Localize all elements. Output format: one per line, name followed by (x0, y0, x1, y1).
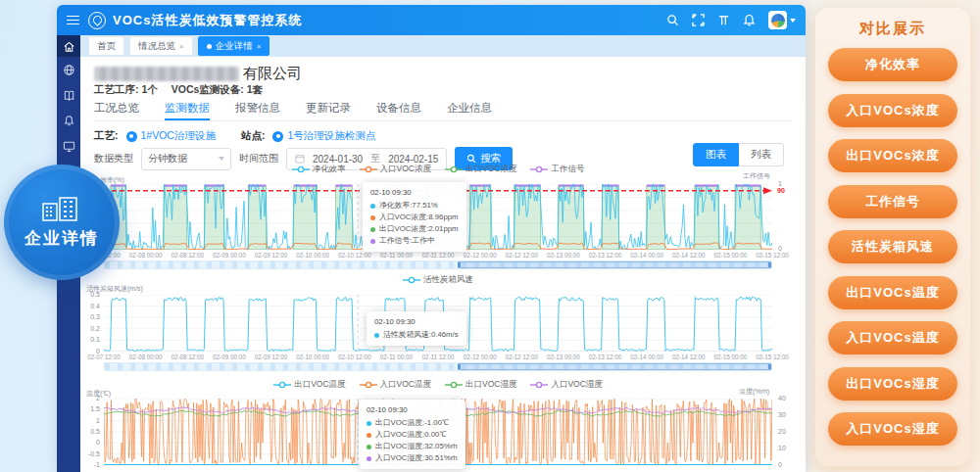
chart2-datazoom[interactable] (104, 362, 772, 371)
datazoom-handle-right[interactable] (768, 262, 771, 267)
datazoom-window[interactable] (458, 261, 771, 268)
menu-icon[interactable] (67, 16, 79, 25)
close-icon[interactable]: × (257, 42, 262, 51)
breadcrumb-tab-label: 情况总览 (138, 40, 175, 53)
legend-item-工作信号[interactable]: 工作信号 (530, 164, 584, 175)
legend-label: 活性炭箱风速 (423, 274, 473, 286)
compare-button-7[interactable]: 出口VOCs湿度 (828, 367, 957, 401)
legend-label: 工作信号 (551, 164, 584, 175)
main-content: 有限公司 工艺工序: 1个 VOCs监测设备: 1套 工况总览监测数据报警信息更… (80, 57, 806, 472)
x-tick-label: 02-12 00:00 (460, 354, 501, 360)
sidebar-item-bell[interactable] (57, 108, 80, 133)
right-tick-label: 10 (778, 445, 786, 451)
tooltip-item-text: 活性炭箱风速:0.46m/s (383, 329, 459, 341)
legend-item-净化效率[interactable]: 净化效率 (292, 164, 346, 175)
legend-marker-icon (403, 276, 420, 284)
date-end-value[interactable]: 2024-02-15 (388, 154, 438, 165)
tab-3[interactable]: 更新记录 (306, 101, 351, 120)
datazoom-handle-left[interactable] (458, 262, 461, 267)
chart2-tooltip: 02-10 09:30出口VOC温度:-1.00℃入口VOC温度:0.00℃出口… (359, 400, 466, 469)
legend-item-入口VOC温度[interactable]: 入口VOC温度 (360, 379, 431, 391)
breadcrumb-tab-0[interactable]: 首页 (88, 36, 124, 56)
process-label: 工艺: (94, 129, 119, 143)
tab-4[interactable]: 设备信息 (376, 101, 421, 120)
x-tick-label: 02-15 12:00 (752, 354, 793, 360)
y-tick-label: -0.5 (80, 450, 100, 457)
compare-button-0[interactable]: 净化效率 (828, 48, 957, 81)
series-dot-icon (374, 333, 379, 338)
tooltip-time: 02-10 09:30 (374, 316, 459, 328)
radio-checked-icon[interactable] (126, 131, 137, 142)
x-tick-label: 02-11 12:00 (417, 252, 459, 259)
chart1-datazoom[interactable] (104, 260, 772, 269)
breadcrumb-tab-1[interactable]: 情况总览× (129, 36, 193, 56)
legend-item-活性炭箱风速[interactable]: 活性炭箱风速 (403, 274, 473, 286)
legend-label: 出口VOC浓度 (466, 164, 516, 175)
compare-button-6[interactable]: 入口VOCs温度 (828, 321, 957, 354)
x-tick-label: 02-15 00:00 (710, 354, 751, 360)
site-option-label[interactable]: 1号治理设施检测点 (287, 129, 375, 143)
site-radio-option[interactable]: 1号治理设施检测点 (272, 129, 375, 143)
sidebar-item-globe[interactable] (57, 57, 80, 82)
avatar[interactable] (768, 11, 787, 29)
x-tick-label: 02-10 00:00 (292, 252, 333, 259)
x-tick-label: 02-13 12:00 (585, 252, 626, 259)
comparison-panel-title: 对比展示 (828, 20, 957, 38)
legend-marker-icon (360, 165, 377, 173)
tab-2[interactable]: 报警信息 (235, 101, 280, 120)
right-tick-label: 40 (778, 395, 786, 401)
compare-button-3[interactable]: 工作信号 (828, 185, 957, 218)
company-name-masked (94, 67, 239, 81)
sidebar-item-book[interactable] (57, 82, 80, 108)
tab-1[interactable]: 监测数据 (165, 101, 210, 120)
date-start-value[interactable]: 2024-01-30 (313, 154, 363, 165)
close-icon[interactable]: × (179, 42, 184, 51)
x-tick-label: 02-12 12:00 (501, 354, 542, 360)
x-tick-label: 02-15 00:00 (710, 252, 751, 259)
legend-item-入口VOC浓度[interactable]: 入口VOC浓度 (360, 164, 431, 175)
legend-item-出口VOC浓度[interactable]: 出口VOC浓度 (445, 164, 516, 175)
legend-marker-icon (530, 165, 548, 173)
legend-label: 入口VOC湿度 (551, 379, 602, 391)
legend-item-出口VOC温度[interactable]: 出口VOC温度 (273, 379, 345, 391)
process-radio-option[interactable]: 1#VOC治理设施 (126, 129, 216, 143)
fullscreen-icon[interactable] (692, 14, 705, 26)
series-dot-icon (367, 445, 371, 449)
page: VOCs活性炭低效预警管控系统 首页情况总览×企业详情× 有限公司 (0, 0, 980, 472)
tooltip-item: 出口VOC浓度:2.01ppm (370, 223, 459, 235)
compare-button-5[interactable]: 出口VOCs温度 (828, 276, 957, 309)
chart0-legend: 净化效率入口VOC浓度出口VOC浓度工作信号 (104, 164, 772, 175)
tooltip-item-text: 出口VOC湿度:32.05%rh (375, 441, 458, 452)
compare-button-8[interactable]: 入口VOCs湿度 (828, 412, 957, 446)
y-tick-label: 0.4 (80, 303, 100, 309)
x-tick-label: 02-15 12:00 (752, 252, 793, 259)
legend-marker-icon (360, 381, 377, 389)
compare-button-2[interactable]: 出口VOCs浓度 (828, 139, 957, 172)
radio-checked-icon[interactable] (272, 131, 283, 142)
user-menu[interactable] (768, 11, 796, 29)
legend-item-入口VOC湿度[interactable]: 入口VOC湿度 (530, 379, 602, 391)
tooltip-item: 活性炭箱风速:0.46m/s (374, 329, 459, 341)
active-dot-icon (207, 44, 212, 49)
sidebar-item-home[interactable] (57, 35, 80, 57)
sidebar-item-monitor[interactable] (57, 133, 80, 159)
datazoom-handle-left[interactable] (458, 364, 461, 369)
process-option-label[interactable]: 1#VOC治理设施 (141, 129, 216, 143)
text-size-icon[interactable] (717, 14, 730, 26)
tab-5[interactable]: 企业信息 (447, 101, 492, 120)
legend-marker-icon (445, 165, 463, 173)
legend-label: 净化效率 (313, 164, 346, 175)
search-icon[interactable] (666, 14, 679, 26)
datazoom-handle-right[interactable] (768, 364, 771, 369)
tab-0[interactable]: 工况总览 (94, 101, 139, 120)
notification-icon[interactable] (743, 14, 756, 26)
enterprise-detail-badge[interactable]: 企业详情 (4, 165, 120, 280)
tooltip-item: 入口VOC温度:0.00℃ (367, 429, 458, 441)
x-tick-label: 02-12 12:00 (501, 252, 542, 259)
compare-button-4[interactable]: 活性炭箱风速 (828, 230, 957, 263)
legend-item-出口VOC湿度[interactable]: 出口VOC湿度 (445, 379, 516, 391)
datazoom-window[interactable] (458, 363, 771, 370)
compare-button-1[interactable]: 入口VOCs浓度 (828, 94, 957, 127)
x-tick-label: 02-13 00:00 (543, 252, 584, 259)
breadcrumb-tab-2[interactable]: 企业详情× (198, 36, 270, 56)
